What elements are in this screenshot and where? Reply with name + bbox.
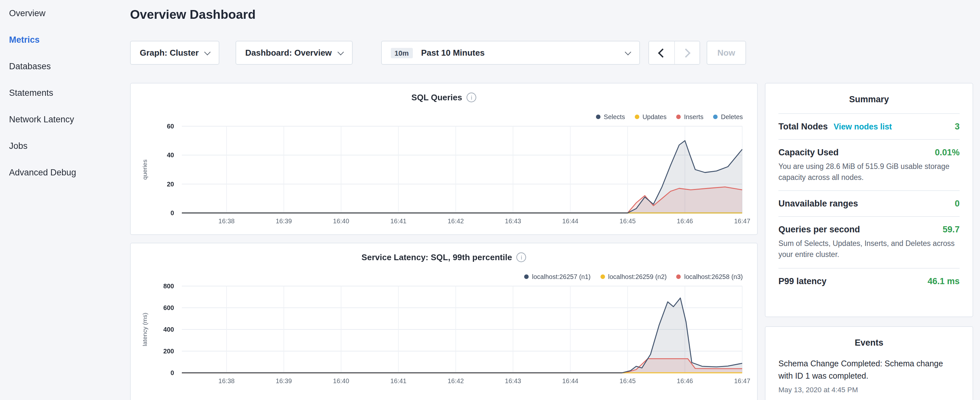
- event-message: Schema Change Completed: Schema change w…: [778, 358, 959, 382]
- legend-dot-icon: [676, 274, 681, 279]
- legend-item: localhost:26259 (n2): [600, 273, 667, 280]
- svg-text:16:46: 16:46: [677, 377, 693, 384]
- svg-text:400: 400: [163, 326, 174, 333]
- sidebar-item-statements[interactable]: Statements: [0, 80, 127, 106]
- legend-label: Selects: [604, 113, 625, 120]
- chart-header: Service Latency: SQL, 99th percentile: [131, 252, 757, 262]
- chart-legend: SelectsUpdatesInsertsDeletes: [596, 113, 743, 120]
- svg-text:16:38: 16:38: [218, 217, 235, 225]
- time-range-arrows: [648, 41, 700, 65]
- stat-label: Total Nodes: [778, 122, 828, 131]
- sidebar-item-overview[interactable]: Overview: [0, 0, 127, 27]
- legend-item: localhost:26257 (n1): [524, 273, 590, 280]
- svg-text:16:44: 16:44: [562, 217, 579, 225]
- toolbar: Graph: Cluster Dashboard: Overview 10m P…: [130, 41, 746, 65]
- service-latency-chart-card: Service Latency: SQL, 99th percentile lo…: [130, 243, 758, 400]
- events-panel: Events Schema Change Completed: Schema c…: [765, 326, 973, 400]
- chart-title: SQL Queries: [411, 92, 462, 102]
- svg-text:16:47: 16:47: [734, 377, 750, 384]
- stat-value: 59.7: [942, 225, 959, 234]
- event-item: Schema Change Completed: Schema change w…: [778, 358, 959, 393]
- stat-value: 0.01%: [935, 148, 959, 157]
- stat-value: 3: [955, 122, 959, 131]
- graph-dropdown-label: Graph: Cluster: [140, 48, 199, 57]
- now-button[interactable]: Now: [706, 41, 746, 65]
- summary-panel: Summary Total Nodes View nodes list 3 Ca…: [765, 83, 973, 317]
- sidebar-item-databases[interactable]: Databases: [0, 53, 127, 80]
- svg-text:16:47: 16:47: [734, 217, 750, 225]
- svg-text:16:45: 16:45: [620, 217, 636, 225]
- graph-dropdown[interactable]: Graph: Cluster: [130, 41, 220, 65]
- legend-dot-icon: [524, 274, 529, 279]
- chevron-right-icon: [681, 48, 690, 57]
- legend-item: Deletes: [713, 113, 743, 120]
- stat-row-capacity-used: Capacity Used 0.01% You are using 28.6 M…: [778, 139, 959, 191]
- stat-label: Queries per second: [778, 225, 860, 234]
- sidebar-item-metrics[interactable]: Metrics: [0, 27, 127, 53]
- stat-row-p99-latency: P99 latency 46.1 ms: [778, 268, 959, 293]
- chart-canvas: 020040060080016:3816:3916:4016:4116:4216…: [131, 280, 758, 396]
- svg-text:40: 40: [167, 151, 174, 159]
- chart-plot: 020406016:3816:3916:4016:4116:4216:4316:…: [131, 120, 758, 236]
- svg-text:16:44: 16:44: [562, 377, 579, 384]
- legend-dot-icon: [676, 115, 681, 119]
- info-icon[interactable]: [517, 252, 527, 262]
- legend-label: localhost:26259 (n2): [608, 273, 667, 280]
- svg-text:16:39: 16:39: [276, 377, 292, 384]
- summary-title: Summary: [778, 83, 959, 113]
- info-icon[interactable]: [467, 92, 477, 102]
- svg-text:16:43: 16:43: [505, 377, 521, 384]
- legend-label: Inserts: [684, 113, 703, 120]
- svg-text:200: 200: [163, 347, 174, 355]
- sidebar-item-jobs[interactable]: Jobs: [0, 133, 127, 159]
- dashboard-dropdown[interactable]: Dashboard: Overview: [235, 41, 352, 65]
- dashboard-dropdown-label: Dashboard: Overview: [245, 48, 332, 57]
- svg-text:16:45: 16:45: [620, 377, 636, 384]
- legend-label: Updates: [643, 113, 667, 120]
- sidebar-item-advanced-debug[interactable]: Advanced Debug: [0, 159, 127, 186]
- legend-label: localhost:26257 (n1): [532, 273, 590, 280]
- stat-caption: You are using 28.6 MiB of 515.9 GiB usab…: [778, 161, 959, 183]
- event-timestamp: May 13, 2020 at 4:45 PM: [778, 386, 959, 393]
- stat-label: Capacity Used: [778, 148, 838, 157]
- time-window-label: Past 10 Minutes: [421, 48, 485, 57]
- stat-row-unavailable-ranges: Unavailable ranges 0: [778, 191, 959, 217]
- stat-row-total-nodes: Total Nodes View nodes list 3: [778, 113, 959, 139]
- svg-text:queries: queries: [142, 159, 148, 180]
- view-nodes-list-link[interactable]: View nodes list: [834, 122, 892, 131]
- chart-canvas: 020406016:3816:3916:4016:4116:4216:4316:…: [131, 120, 758, 236]
- svg-text:16:40: 16:40: [333, 217, 349, 225]
- stat-value: 46.1 ms: [928, 276, 959, 286]
- page-title: Overview Dashboard: [130, 7, 256, 22]
- svg-text:600: 600: [163, 304, 174, 311]
- sql-queries-chart-card: SQL Queries SelectsUpdatesInsertsDeletes…: [130, 83, 758, 235]
- legend-dot-icon: [635, 115, 639, 119]
- chart-title: Service Latency: SQL, 99th percentile: [361, 252, 512, 262]
- chevron-left-icon: [658, 48, 667, 57]
- chevron-down-icon: [337, 49, 344, 55]
- time-window-selector[interactable]: 10m Past 10 Minutes: [381, 41, 640, 65]
- stat-caption: Sum of Selects, Updates, Inserts, and De…: [778, 239, 959, 260]
- svg-text:0: 0: [170, 369, 174, 376]
- legend-item: Inserts: [676, 113, 703, 120]
- svg-text:800: 800: [163, 282, 174, 290]
- time-back-button[interactable]: [649, 41, 674, 64]
- chart-plot: 020040060080016:3816:3916:4016:4116:4216…: [131, 280, 758, 396]
- svg-text:latency (ms): latency (ms): [142, 312, 148, 346]
- svg-text:16:42: 16:42: [447, 217, 464, 225]
- app-root: Overview Metrics Databases Statements Ne…: [0, 0, 980, 400]
- svg-text:20: 20: [167, 180, 174, 188]
- time-forward-button[interactable]: [674, 41, 699, 64]
- sidebar-item-network-latency[interactable]: Network Latency: [0, 106, 127, 133]
- stat-label: Unavailable ranges: [778, 199, 858, 209]
- stat-label: P99 latency: [778, 276, 827, 286]
- svg-text:16:41: 16:41: [390, 217, 406, 225]
- chevron-down-icon: [204, 49, 211, 55]
- svg-text:0: 0: [170, 209, 174, 217]
- legend-item: localhost:26258 (n3): [676, 273, 743, 280]
- legend-item: Updates: [635, 113, 667, 120]
- chart-legend: localhost:26257 (n1)localhost:26259 (n2)…: [524, 273, 743, 280]
- svg-text:16:43: 16:43: [505, 217, 521, 225]
- svg-text:16:42: 16:42: [447, 377, 464, 384]
- stat-row-queries-per-second: Queries per second 59.7 Sum of Selects, …: [778, 217, 959, 268]
